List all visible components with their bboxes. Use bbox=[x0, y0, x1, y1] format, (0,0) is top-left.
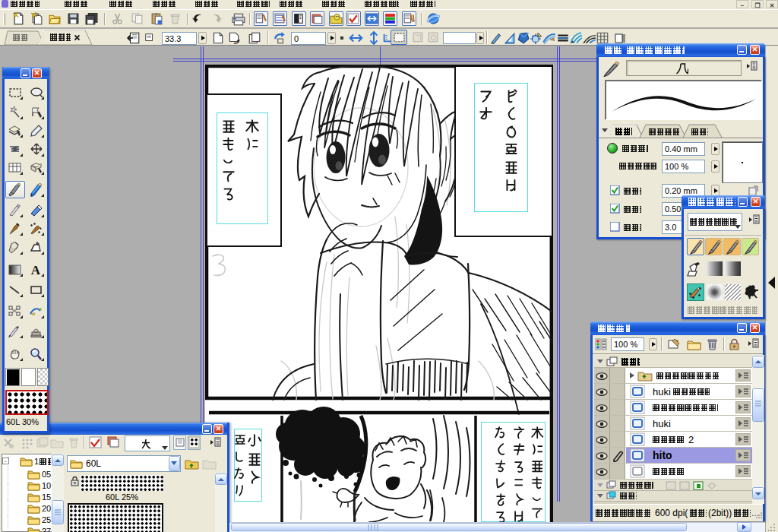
svg-text:A: A bbox=[31, 263, 41, 277]
